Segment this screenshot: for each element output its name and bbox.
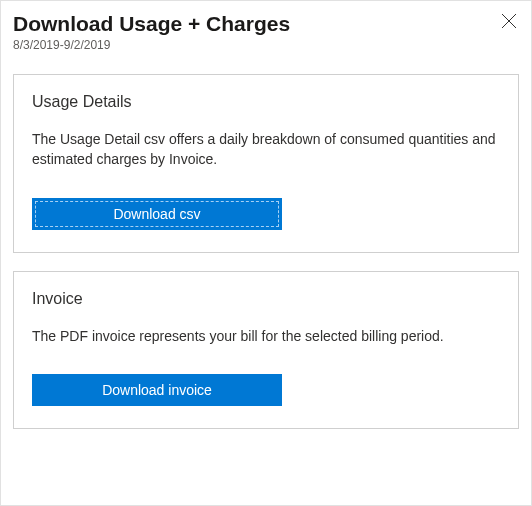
panel-title: Download Usage + Charges: [13, 11, 290, 36]
usage-details-description: The Usage Detail csv offers a daily brea…: [32, 129, 500, 170]
title-block: Download Usage + Charges 8/3/2019-9/2/20…: [13, 11, 290, 52]
invoice-title: Invoice: [32, 290, 500, 308]
download-csv-button[interactable]: Download csv: [32, 198, 282, 230]
download-usage-panel: Download Usage + Charges 8/3/2019-9/2/20…: [0, 0, 532, 506]
usage-details-card: Usage Details The Usage Detail csv offer…: [13, 74, 519, 253]
panel-header: Download Usage + Charges 8/3/2019-9/2/20…: [13, 11, 519, 52]
close-icon: [501, 17, 517, 32]
close-button[interactable]: [499, 11, 519, 33]
download-invoice-button[interactable]: Download invoice: [32, 374, 282, 406]
usage-details-title: Usage Details: [32, 93, 500, 111]
billing-date-range: 8/3/2019-9/2/2019: [13, 38, 290, 52]
invoice-card: Invoice The PDF invoice represents your …: [13, 271, 519, 429]
invoice-description: The PDF invoice represents your bill for…: [32, 326, 500, 346]
